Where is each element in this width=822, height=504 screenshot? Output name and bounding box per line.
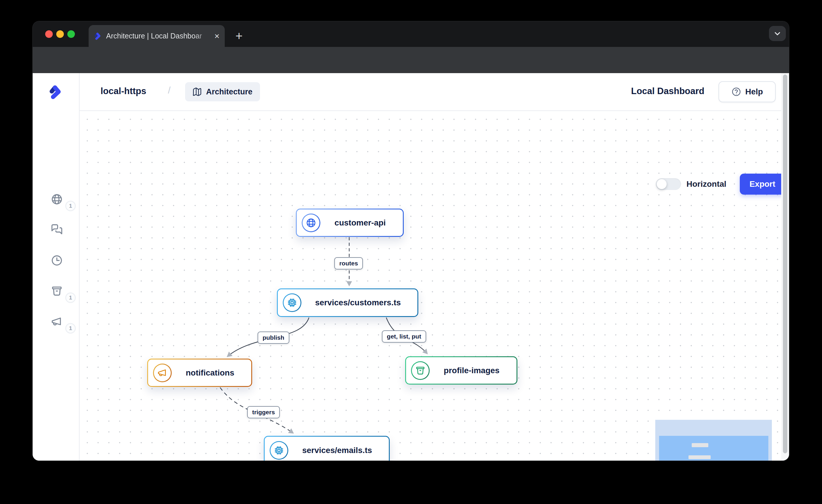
sidebar-badge: 1 xyxy=(65,201,76,211)
project-name: local-https xyxy=(100,86,146,96)
new-tab-button[interactable]: + xyxy=(232,29,246,43)
horizontal-toggle[interactable] xyxy=(656,178,681,190)
chip-icon xyxy=(287,297,297,308)
node-icon-ring xyxy=(302,214,320,232)
node-body: notifications xyxy=(148,360,251,386)
chip-icon xyxy=(274,445,284,456)
node-body: services/emails.ts xyxy=(265,437,389,461)
node-customer-api[interactable]: customer-api xyxy=(296,209,404,237)
sidebar-nav: 1 1 1 xyxy=(33,111,79,461)
browser-window: Architecture | Local Dashboar × + localh… xyxy=(33,21,789,461)
sidebar-item-topics[interactable]: 1 xyxy=(33,311,79,332)
tab-bar: Architecture | Local Dashboar × + xyxy=(33,21,789,47)
bucket-icon xyxy=(51,285,63,297)
sidebar-item-chat[interactable] xyxy=(33,220,79,240)
tab-architecture[interactable]: Architecture xyxy=(185,82,260,101)
architecture-canvas[interactable]: Horizontal Export xyxy=(80,111,781,461)
sidebar-badge: 1 xyxy=(65,292,76,303)
browser-tab[interactable]: Architecture | Local Dashboar × xyxy=(89,25,225,47)
node-label: profile-images xyxy=(430,366,516,375)
tab-title: Architecture | Local Dashboar xyxy=(106,32,210,40)
node-icon-ring xyxy=(283,293,301,312)
megaphone-icon xyxy=(51,316,63,328)
node-profile-images[interactable]: profile-images xyxy=(405,356,517,385)
toggle-knob xyxy=(657,179,667,189)
export-button[interactable]: Export xyxy=(740,174,781,195)
breadcrumb-separator: / xyxy=(168,85,170,96)
chat-bubbles-icon xyxy=(51,224,63,236)
megaphone-icon xyxy=(157,368,167,378)
node-body: profile-images xyxy=(406,357,516,384)
minimap-node xyxy=(689,455,711,459)
bucket-icon xyxy=(415,365,426,376)
horizontal-toggle-label: Horizontal xyxy=(687,179,726,189)
clock-icon xyxy=(51,254,63,267)
edge-label-routes: routes xyxy=(334,257,363,269)
tab-favicon-encore-logo-icon xyxy=(94,32,102,40)
page-scrollbar[interactable] xyxy=(781,73,789,461)
node-icon-ring xyxy=(411,361,430,380)
close-window-button[interactable] xyxy=(45,30,53,38)
flow-minimap[interactable] xyxy=(655,420,772,461)
edge-label-triggers: triggers xyxy=(247,406,280,418)
sidebar-badge: 1 xyxy=(65,323,76,334)
node-label: notifications xyxy=(172,368,251,378)
logo-zone xyxy=(33,73,79,111)
node-body: services/customers.ts xyxy=(278,289,417,316)
flow-edges xyxy=(80,111,781,461)
map-icon xyxy=(193,87,202,96)
sidebar-item-api[interactable]: 1 xyxy=(33,189,79,209)
globe-icon xyxy=(306,218,316,228)
edge-label-publish: publish xyxy=(258,332,290,344)
globe-icon xyxy=(51,193,63,205)
chevron-down-icon xyxy=(773,29,782,38)
node-notifications[interactable]: notifications xyxy=(147,359,252,387)
scrollbar-thumb[interactable] xyxy=(783,75,787,453)
sidebar-item-traces[interactable] xyxy=(33,250,79,271)
node-icon-ring xyxy=(270,441,288,460)
node-icon-ring xyxy=(153,364,172,382)
question-circle-icon xyxy=(731,87,741,97)
help-button-label: Help xyxy=(745,87,763,96)
app-header: local-https / Architecture Local Dashboa… xyxy=(79,73,781,111)
node-body: customer-api xyxy=(297,209,403,236)
edge-label-get-list-put: get, list, put xyxy=(382,330,426,343)
zoom-window-button[interactable] xyxy=(67,30,75,38)
minimize-window-button[interactable] xyxy=(56,30,64,38)
tab-close-icon[interactable]: × xyxy=(214,32,220,40)
node-label: customer-api xyxy=(320,218,403,228)
screen: Architecture | Local Dashboar × + localh… xyxy=(0,0,822,504)
dashboard-title: Local Dashboard xyxy=(631,86,705,96)
node-label: services/customers.ts xyxy=(301,298,417,307)
node-services-emails[interactable]: services/emails.ts xyxy=(264,436,390,461)
dashboard-app: local-https / Architecture Local Dashboa… xyxy=(33,73,789,461)
help-button[interactable]: Help xyxy=(719,81,776,102)
tab-architecture-label: Architecture xyxy=(206,87,253,96)
sidebar-item-buckets[interactable]: 1 xyxy=(33,281,79,301)
tab-search-chevron-button[interactable] xyxy=(769,26,786,41)
browser-toolbar: localhost:49152/architecture/ xyxy=(33,47,789,73)
node-label: services/emails.ts xyxy=(288,446,389,455)
minimap-node xyxy=(692,443,708,447)
encore-logo[interactable] xyxy=(49,84,63,101)
node-services-customers[interactable]: services/customers.ts xyxy=(277,288,418,317)
minimap-viewport[interactable] xyxy=(659,436,768,461)
